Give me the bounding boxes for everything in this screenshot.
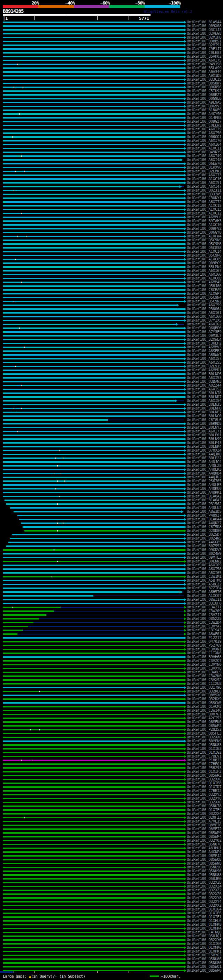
alignment-bar[interactable] [3, 136, 184, 138]
alignment-bar[interactable] [3, 144, 184, 145]
alignment-bar[interactable] [3, 309, 184, 310]
alignment-bar[interactable] [3, 614, 47, 616]
alignment-bar[interactable] [3, 278, 184, 279]
alignment-bar[interactable] [3, 565, 184, 566]
alignment-bar[interactable] [3, 607, 61, 608]
alignment-bar[interactable] [3, 878, 184, 880]
alignment-bar[interactable] [3, 652, 184, 654]
alignment-bar[interactable] [3, 175, 184, 176]
alignment-bar[interactable] [21, 522, 184, 524]
alignment-bar[interactable] [3, 671, 184, 673]
alignment-bar[interactable] [3, 920, 184, 921]
alignment-bar[interactable] [3, 110, 184, 111]
alignment-bar[interactable] [3, 465, 184, 466]
alignment-bar[interactable] [3, 442, 184, 444]
alignment-bar[interactable] [3, 236, 184, 237]
alignment-bar[interactable] [3, 744, 184, 746]
alignment-bar[interactable] [3, 404, 184, 405]
alignment-bar[interactable] [3, 151, 184, 153]
alignment-bar[interactable] [3, 905, 184, 906]
alignment-bar[interactable] [3, 714, 184, 715]
alignment-bar[interactable] [3, 821, 184, 822]
alignment-bar[interactable] [3, 966, 184, 967]
alignment-bar[interactable] [3, 958, 184, 960]
alignment-bar[interactable] [3, 859, 184, 861]
alignment-bar[interactable] [3, 767, 184, 768]
alignment-bar[interactable] [3, 304, 176, 306]
alignment-bar[interactable] [3, 408, 184, 409]
alignment-bar[interactable] [3, 171, 184, 172]
alignment-bar[interactable] [3, 771, 184, 772]
alignment-bar[interactable] [3, 706, 184, 708]
alignment-bar[interactable] [3, 870, 184, 872]
alignment-bar[interactable] [3, 106, 184, 107]
alignment-bar[interactable] [3, 943, 184, 945]
alignment-bar[interactable] [3, 240, 184, 241]
alignment-bar[interactable] [3, 568, 184, 570]
alignment-bar[interactable] [3, 197, 184, 199]
alignment-bar[interactable] [3, 29, 184, 30]
alignment-bar[interactable] [3, 955, 184, 956]
alignment-bar[interactable] [3, 798, 184, 799]
alignment-bar[interactable] [3, 913, 184, 914]
alignment-bar[interactable] [3, 243, 184, 245]
alignment-bar[interactable] [3, 752, 184, 753]
alignment-bar[interactable] [3, 461, 184, 463]
alignment-bar[interactable] [3, 626, 28, 627]
alignment-bar[interactable] [3, 41, 184, 42]
alignment-bar[interactable] [3, 94, 184, 95]
alignment-bar[interactable] [12, 534, 184, 535]
alignment-bar[interactable] [3, 56, 184, 57]
alignment-bar[interactable] [3, 595, 93, 597]
alignment-bar[interactable] [3, 194, 184, 195]
alignment-bar[interactable] [3, 851, 184, 853]
alignment-bar[interactable] [3, 293, 184, 294]
hit-label[interactable]: UniRef100_Q85WP0 [187, 969, 221, 972]
alignment-bar[interactable] [3, 935, 184, 937]
alignment-bar[interactable] [3, 641, 184, 643]
alignment-bar[interactable] [3, 802, 184, 803]
alignment-bar[interactable] [3, 484, 184, 486]
alignment-bar[interactable] [3, 354, 184, 356]
alignment-bar[interactable] [3, 270, 184, 272]
alignment-bar[interactable] [3, 117, 184, 119]
alignment-bar[interactable] [3, 415, 184, 417]
alignment-bar[interactable] [3, 855, 184, 857]
alignment-bar[interactable] [3, 75, 184, 76]
alignment-bar[interactable] [3, 259, 184, 260]
alignment-bar[interactable] [3, 756, 184, 757]
alignment-bar[interactable] [3, 262, 184, 264]
alignment-bar[interactable] [3, 140, 184, 142]
alignment-bar[interactable] [3, 572, 184, 574]
alignment-bar[interactable] [3, 419, 108, 421]
alignment-bar[interactable] [3, 928, 184, 929]
alignment-bar[interactable] [3, 220, 184, 222]
alignment-bar[interactable] [3, 274, 184, 275]
alignment-bar[interactable] [3, 844, 184, 845]
alignment-bar[interactable] [3, 335, 184, 337]
alignment-bar[interactable] [3, 324, 176, 325]
alignment-bar[interactable] [3, 817, 184, 818]
alignment-bar[interactable] [3, 702, 184, 704]
alignment-bar[interactable] [3, 832, 184, 834]
alignment-bar[interactable] [24, 530, 184, 531]
alignment-bar[interactable] [3, 649, 184, 650]
alignment-bar[interactable] [3, 718, 184, 719]
alignment-bar[interactable] [3, 893, 184, 895]
alignment-bar[interactable] [3, 496, 184, 497]
alignment-bar[interactable] [3, 897, 184, 899]
alignment-bar[interactable] [3, 301, 184, 302]
alignment-bar[interactable] [3, 622, 34, 623]
alignment-bar[interactable] [3, 939, 184, 941]
alignment-bar[interactable] [3, 400, 175, 401]
alignment-bar[interactable] [3, 389, 184, 390]
alignment-bar[interactable] [3, 232, 184, 233]
alignment-bar[interactable] [3, 159, 180, 161]
alignment-bar[interactable] [3, 687, 184, 688]
alignment-bar[interactable] [3, 125, 184, 126]
alignment-bar[interactable] [3, 603, 184, 604]
alignment-bar[interactable] [3, 266, 184, 268]
alignment-bar[interactable] [3, 454, 184, 455]
alignment-bar[interactable] [3, 790, 184, 792]
alignment-bar[interactable] [3, 477, 184, 478]
